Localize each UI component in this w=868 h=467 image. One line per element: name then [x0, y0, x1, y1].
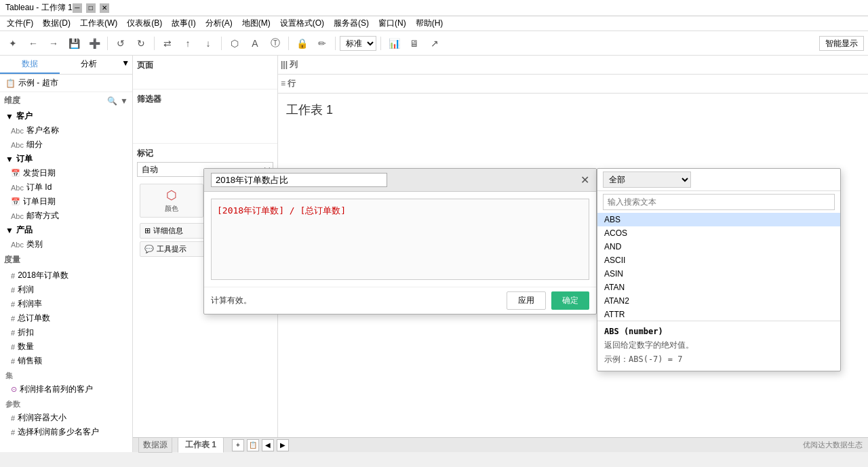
cols-shelf: ||| 列 — [278, 56, 868, 75]
group-customer[interactable]: ▼客户 — [0, 109, 132, 123]
field-order-id[interactable]: Abc订单 Id — [0, 180, 132, 195]
toolbar-redo[interactable]: ↻ — [132, 35, 150, 52]
field-2018-orders[interactable]: #2018年订单数 — [0, 268, 132, 283]
toolbar-home[interactable]: ✦ — [4, 35, 22, 52]
toolbar-swap[interactable]: ⇄ — [159, 35, 176, 52]
sheet-prev-btn[interactable]: ◀ — [262, 439, 274, 451]
toolbar-highlight[interactable]: ✏ — [313, 35, 331, 52]
menu-file[interactable]: 文件(F) — [3, 16, 37, 31]
formula-area[interactable]: [2018年订单数] / [总订单数] — [211, 199, 589, 280]
maximize-button[interactable]: □ — [86, 3, 96, 13]
data-source-label: 📋 示例 - 超市 — [0, 75, 132, 92]
toolbar-share[interactable]: ↗ — [426, 35, 443, 52]
toolbar-chart[interactable]: 📊 — [385, 35, 403, 52]
formula-dialog: ✕ [2018年订单数] / [总订单数] 计算有效。 应用 确定 — [203, 168, 597, 314]
field-ship-mode[interactable]: Abc邮寄方式 — [0, 209, 132, 223]
menu-window[interactable]: 窗口(N) — [374, 16, 410, 31]
func-search-wrap — [597, 191, 840, 213]
field-ship-date[interactable]: 📅发货日期 — [0, 166, 132, 180]
color-label: 颜色 — [165, 204, 178, 214]
marks-color-btn[interactable]: ⬡ 颜色 — [140, 184, 203, 218]
func-search-input[interactable] — [603, 194, 835, 210]
minimize-button[interactable]: ─ — [73, 3, 82, 13]
fit-dropdown[interactable]: 标准 — [340, 36, 376, 51]
func-item-atan[interactable]: ATAN — [597, 281, 840, 294]
expand-icon[interactable]: ▼ — [120, 96, 128, 106]
toolbar-tooltip[interactable]: Ⓣ — [267, 35, 284, 52]
field-customer-name[interactable]: Abc客户名称 — [0, 123, 132, 138]
func-category-select[interactable]: 全部 数字 字符串 日期 类型转换 逻辑 聚合 — [603, 171, 691, 188]
sheet-tab-1[interactable]: 工作表 1 — [178, 437, 224, 453]
toolbar-sort-desc[interactable]: ↓ — [199, 35, 217, 52]
field-segment[interactable]: Abc细分 — [0, 138, 132, 152]
pages-section: 页面 — [133, 56, 277, 89]
apply-button[interactable]: 应用 — [507, 291, 546, 310]
add-sheet-btn[interactable]: + — [232, 439, 244, 451]
formula-title-input[interactable] — [211, 173, 387, 187]
toolbar-addds[interactable]: ➕ — [85, 35, 103, 52]
ok-button[interactable]: 确定 — [551, 291, 589, 310]
color-dots-icon: ⬡ — [166, 188, 177, 203]
toolbar: ✦ ← → 💾 ➕ ↺ ↻ ⇄ ↑ ↓ ⬡ A Ⓣ 🔒 ✏ 标准 📊 🖥 ↗ 智… — [0, 31, 868, 56]
toolbar-sort-asc[interactable]: ↑ — [179, 35, 197, 52]
toolbar-back[interactable]: ← — [24, 35, 42, 52]
status-bar: 数据源 工作表 1 + 📋 ◀ ▶ 优阅达大数据生态 — [133, 437, 868, 452]
menu-worksheet[interactable]: 工作表(W) — [76, 16, 121, 31]
menu-data[interactable]: 数据(D) — [39, 16, 75, 31]
group-order[interactable]: ▼订单 — [0, 152, 132, 166]
func-item-atan2[interactable]: ATAN2 — [597, 294, 840, 308]
field-total-orders[interactable]: #总订单数 — [0, 311, 132, 325]
toolbar-save[interactable]: 💾 — [65, 35, 83, 52]
field-param-top-n[interactable]: #选择利润前多少名客户 — [0, 425, 132, 439]
function-list: ABS ACOS AND ASCII ASIN ATAN ATAN2 ATTR … — [597, 213, 840, 321]
tab-data[interactable]: 数据 — [0, 56, 60, 74]
field-param-profit-bin[interactable]: #利润容器大小 — [0, 411, 132, 425]
tooltip-label: 工具提示 — [157, 244, 186, 254]
close-button[interactable]: ✕ — [100, 3, 109, 13]
datasource-tab[interactable]: 数据源 — [138, 437, 172, 453]
menu-map[interactable]: 地图(M) — [238, 16, 275, 31]
toolbar-group[interactable]: ⬡ — [226, 35, 243, 52]
search-icon[interactable]: 🔍 — [107, 96, 117, 106]
menu-dashboard[interactable]: 仪表板(B) — [123, 16, 166, 31]
func-item-and[interactable]: AND — [597, 240, 840, 253]
func-item-attr[interactable]: ATTR — [597, 308, 840, 321]
smart-display-button[interactable]: 智能显示 — [819, 36, 864, 51]
group-product[interactable]: ▼产品 — [0, 223, 132, 237]
field-sales[interactable]: #销售额 — [0, 354, 132, 368]
watermark: 优阅达大数据生态 — [803, 440, 863, 450]
sheet-actions: + 📋 ◀ ▶ — [232, 439, 289, 451]
field-top-profit-customers[interactable]: ⊙利润排名前列的客户 — [0, 382, 132, 397]
toolbar-forward[interactable]: → — [45, 35, 62, 52]
toolbar-sep-5 — [335, 37, 336, 50]
toolbar-fix-axes[interactable]: 🔒 — [293, 35, 311, 52]
dialog-body: [2018年订单数] / [总订单数] — [204, 192, 596, 287]
sheet-next-btn[interactable]: ▶ — [277, 439, 289, 451]
tab-analysis[interactable]: 分析 — [60, 56, 119, 74]
title-bar: Tableau - 工作簿 1 ─ □ ✕ — [0, 0, 868, 16]
params-label: 参数 — [0, 397, 132, 411]
field-quantity[interactable]: #数量 — [0, 340, 132, 354]
menu-format[interactable]: 设置格式(O) — [276, 16, 328, 31]
field-category[interactable]: Abc类别 — [0, 237, 132, 251]
toolbar-right: 智能显示 — [819, 36, 864, 51]
field-discount[interactable]: #折扣 — [0, 325, 132, 340]
field-profit[interactable]: #利润 — [0, 283, 132, 297]
field-order-date[interactable]: 📅订单日期 — [0, 195, 132, 209]
menu-server[interactable]: 服务器(S) — [330, 16, 373, 31]
toolbar-present[interactable]: 🖥 — [406, 35, 423, 52]
func-item-asin[interactable]: ASIN — [597, 267, 840, 281]
menu-help[interactable]: 帮助(H) — [412, 16, 448, 31]
panel-tab-arrow[interactable]: ▼ — [119, 56, 132, 74]
func-item-acos[interactable]: ACOS — [597, 226, 840, 240]
func-desc-example: 示例：ABS(-7) = 7 — [604, 354, 833, 365]
func-item-ascii[interactable]: ASCII — [597, 253, 840, 267]
field-profit-rate[interactable]: #利润率 — [0, 297, 132, 311]
menu-story[interactable]: 故事(I) — [167, 16, 199, 31]
toolbar-undo[interactable]: ↺ — [112, 35, 130, 52]
dialog-close-btn[interactable]: ✕ — [580, 174, 589, 186]
func-item-abs[interactable]: ABS — [597, 213, 840, 226]
menu-analysis[interactable]: 分析(A) — [201, 16, 237, 31]
sheet-list-btn[interactable]: 📋 — [247, 439, 259, 451]
toolbar-label[interactable]: A — [246, 35, 264, 52]
